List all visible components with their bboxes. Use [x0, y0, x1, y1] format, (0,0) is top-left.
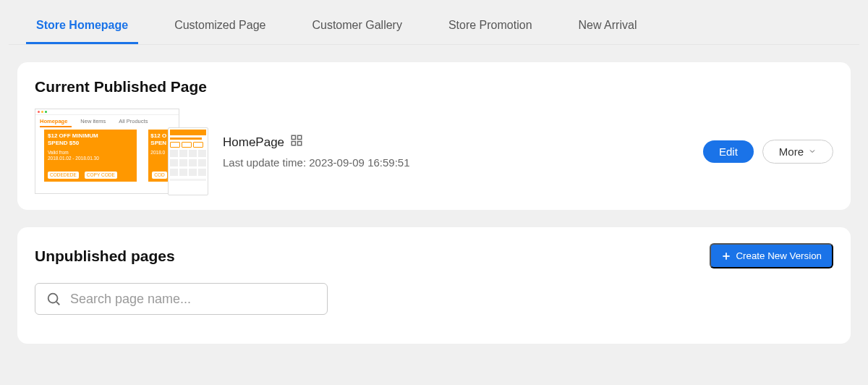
- qr-icon[interactable]: [290, 134, 303, 151]
- svg-point-6: [48, 294, 58, 303]
- create-new-version-button[interactable]: Create New Version: [710, 243, 833, 268]
- svg-rect-2: [292, 142, 295, 145]
- edit-button[interactable]: Edit: [703, 140, 754, 163]
- page-thumbnail: Homepage New items All Products $12 OFF …: [35, 109, 208, 194]
- page-info: HomePage Last update time: 2023-09-09 16…: [223, 134, 410, 169]
- thumb-code1: CODEDEDE: [48, 172, 79, 179]
- thumb-banner-line4: 2018.01.02 - 2018.01.30: [48, 156, 133, 161]
- thumb-banner-line2: SPEND $50: [48, 140, 133, 147]
- thumb-code2: COPY CODE: [85, 172, 117, 179]
- published-section-title: Current Published Page: [35, 78, 833, 96]
- search-icon: [46, 291, 61, 307]
- tab-new-arrival[interactable]: New Arrival: [569, 9, 647, 44]
- more-button[interactable]: More: [762, 140, 833, 164]
- tab-store-promotion[interactable]: Store Promotion: [438, 9, 542, 44]
- thumb-banner-line1: $12 OFF MINIMUM: [48, 132, 133, 140]
- tab-store-homepage[interactable]: Store Homepage: [26, 9, 138, 44]
- unpublished-section-title: Unpublished pages: [35, 248, 175, 265]
- main-tabs: Store Homepage Customized Page Customer …: [9, 9, 859, 45]
- svg-rect-1: [298, 135, 302, 139]
- published-row: Homepage New items All Products $12 OFF …: [35, 109, 833, 194]
- more-button-label: More: [779, 145, 804, 158]
- last-update-time: Last update time: 2023-09-09 16:59:51: [223, 156, 410, 169]
- create-new-version-label: Create New Version: [736, 250, 822, 261]
- thumbnail-desktop: Homepage New items All Products $12 OFF …: [35, 109, 179, 194]
- plus-icon: [721, 251, 731, 261]
- svg-rect-0: [292, 135, 295, 139]
- thumb-tab-homepage: Homepage: [40, 118, 67, 124]
- search-input[interactable]: [70, 292, 317, 307]
- thumb-banner-line3: Valid from: [48, 150, 133, 156]
- published-card: Current Published Page Homepage New item…: [17, 62, 851, 210]
- chevron-down-icon: [808, 147, 817, 156]
- thumb-tab-allproducts: All Products: [119, 118, 148, 124]
- thumbnail-mobile: [168, 127, 208, 195]
- search-wrap[interactable]: [35, 283, 328, 315]
- svg-rect-3: [298, 142, 302, 145]
- unpublished-card: Unpublished pages Create New Version: [17, 227, 851, 344]
- tab-customized-page[interactable]: Customized Page: [164, 9, 276, 44]
- tab-customer-gallery[interactable]: Customer Gallery: [302, 9, 412, 44]
- thumb-tab-newitems: New items: [80, 118, 106, 124]
- svg-line-7: [56, 302, 59, 305]
- published-actions: Edit More: [703, 140, 833, 164]
- page-name: HomePage: [223, 135, 284, 150]
